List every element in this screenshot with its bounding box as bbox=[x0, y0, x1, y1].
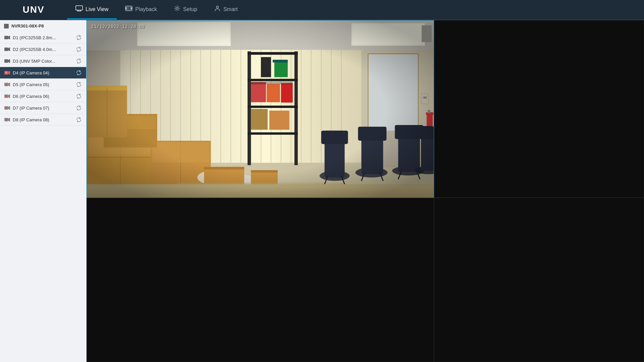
cam-d4-label: D4 (IP Camera 04) bbox=[13, 70, 73, 75]
cam-d6-refresh[interactable] bbox=[75, 93, 82, 100]
camera-item-d8[interactable]: D8 (IP Camera 08) bbox=[0, 114, 86, 126]
nav-setup-label: Setup bbox=[183, 6, 197, 12]
sidebar: NVR301-08X-P8 D1 (IPC325SB 2.8m... bbox=[0, 20, 87, 362]
cam-icon-d7 bbox=[4, 105, 11, 111]
svg-point-32 bbox=[6, 119, 7, 120]
device-label: NVR301-08X-P8 bbox=[11, 23, 44, 28]
nav-smart-label: Smart bbox=[223, 6, 238, 12]
cam-d1-label: D1 (IPC325SB 2.8m... bbox=[13, 35, 73, 40]
svg-rect-6 bbox=[131, 7, 132, 10]
svg-point-20 bbox=[6, 72, 7, 73]
cam-d3-refresh[interactable] bbox=[75, 58, 82, 64]
cam-d2-label: D2 (IPC325SB 4.0m... bbox=[13, 47, 73, 52]
nav-playback-label: Playback bbox=[135, 6, 157, 12]
monitor-icon bbox=[75, 5, 83, 13]
video-area: 21/12/2022 12:28:09 bbox=[87, 20, 644, 362]
cam-d5-label: D5 (IP Camera 05) bbox=[13, 82, 73, 87]
cam-d8-label: D8 (IP Camera 08) bbox=[13, 117, 73, 122]
svg-marker-22 bbox=[8, 82, 10, 86]
main-content: NVR301-08X-P8 D1 (IPC325SB 2.8m... bbox=[0, 20, 644, 362]
camera-item-d7[interactable]: D7 (IP Camera 07) bbox=[0, 102, 86, 114]
cam-d1-refresh[interactable] bbox=[75, 34, 82, 41]
camera-item-d1[interactable]: D1 (IPC325SB 2.8m... bbox=[0, 32, 86, 44]
svg-rect-12 bbox=[4, 36, 8, 39]
svg-marker-13 bbox=[8, 36, 10, 40]
svg-marker-31 bbox=[8, 118, 10, 122]
nav-playback[interactable]: Playback bbox=[117, 0, 165, 19]
svg-rect-5 bbox=[125, 7, 127, 10]
cam-icon-d2 bbox=[4, 46, 11, 53]
film-icon bbox=[125, 5, 132, 13]
cam-d8-refresh[interactable] bbox=[75, 116, 82, 123]
svg-marker-19 bbox=[8, 71, 10, 75]
timestamp-overlay: 21/12/2022 12:28:09 bbox=[91, 24, 145, 29]
nav-bar: Live View Playback bbox=[67, 0, 644, 19]
svg-point-11 bbox=[216, 6, 218, 8]
cam-icon-d5 bbox=[4, 81, 11, 88]
cam-d6-label: D6 (IP Camera 06) bbox=[13, 94, 73, 99]
logo-area: UNV bbox=[0, 0, 67, 20]
cam-icon-d8 bbox=[4, 116, 11, 123]
camera-item-d4[interactable]: D4 (IP Camera 04) bbox=[0, 67, 86, 79]
camera-item-d3[interactable]: D3 (UNV 5MP Color... bbox=[0, 55, 86, 67]
svg-marker-28 bbox=[8, 106, 10, 110]
cam-d2-refresh[interactable] bbox=[75, 46, 82, 53]
video-cell-empty-bottom-right bbox=[434, 198, 644, 362]
cam-d4-refresh[interactable] bbox=[75, 69, 82, 76]
nav-live-view-label: Live View bbox=[86, 6, 108, 12]
camera-scene-svg bbox=[87, 20, 434, 197]
camera-item-d5[interactable]: D5 (IP Camera 05) bbox=[0, 79, 86, 90]
nav-live-view[interactable]: Live View bbox=[67, 0, 117, 19]
cam-d7-refresh[interactable] bbox=[75, 105, 82, 111]
nav-smart[interactable]: Smart bbox=[206, 0, 246, 19]
svg-point-26 bbox=[6, 96, 7, 97]
video-cell-empty-bottom-left bbox=[87, 198, 434, 362]
cam-d7-label: D7 (IP Camera 07) bbox=[13, 106, 73, 111]
svg-rect-0 bbox=[76, 6, 83, 10]
device-header: NVR301-08X-P8 bbox=[0, 20, 86, 32]
svg-marker-25 bbox=[8, 94, 10, 98]
gear-icon bbox=[174, 5, 180, 13]
logo: UNV bbox=[22, 4, 44, 15]
nav-setup[interactable]: Setup bbox=[165, 0, 206, 19]
svg-point-23 bbox=[6, 84, 7, 85]
svg-marker-17 bbox=[8, 59, 10, 63]
cam-d3-label: D3 (UNV 5MP Color... bbox=[13, 59, 73, 64]
video-feed-main[interactable]: 21/12/2022 12:28:09 bbox=[87, 20, 434, 198]
camera-item-d6[interactable]: D6 (IP Camera 06) bbox=[0, 90, 86, 102]
cam-d5-refresh[interactable] bbox=[75, 81, 82, 88]
person-icon bbox=[214, 5, 221, 13]
device-icon bbox=[4, 24, 9, 28]
cam-icon-d1 bbox=[4, 34, 11, 41]
cam-icon-d3 bbox=[4, 58, 11, 64]
svg-rect-16 bbox=[4, 59, 8, 63]
svg-point-10 bbox=[176, 7, 178, 9]
cam-icon-d4 bbox=[4, 69, 11, 76]
header: UNV Live View bbox=[0, 0, 644, 20]
svg-marker-15 bbox=[8, 47, 10, 51]
cam-icon-d6 bbox=[4, 93, 11, 100]
video-cell-empty-top-right bbox=[434, 20, 644, 198]
svg-point-29 bbox=[6, 107, 7, 109]
camera-item-d2[interactable]: D2 (IPC325SB 4.0m... bbox=[0, 44, 86, 55]
svg-rect-135 bbox=[87, 20, 434, 197]
svg-rect-14 bbox=[4, 48, 8, 51]
